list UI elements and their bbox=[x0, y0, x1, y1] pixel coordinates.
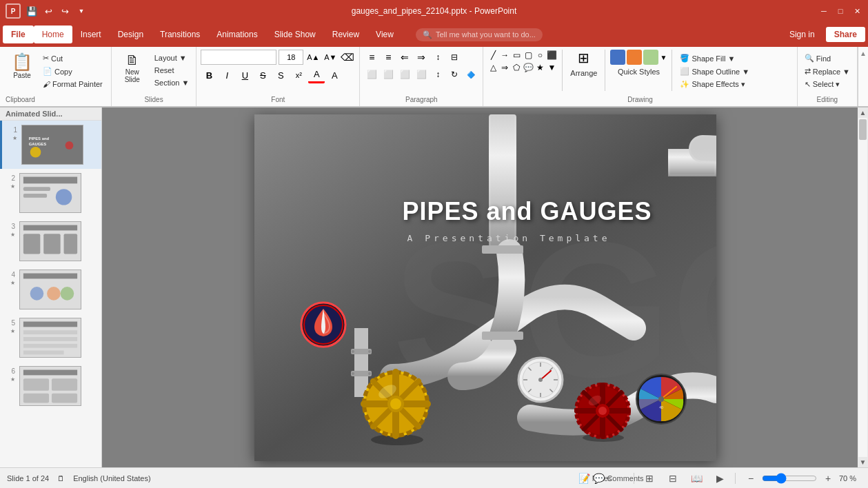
reset-button[interactable]: Reset bbox=[152, 65, 192, 76]
format-painter-button[interactable]: 🖌 Format Painter bbox=[40, 79, 105, 90]
slide-thumb-2[interactable]: 2 ★ bbox=[0, 169, 101, 217]
maximize-button[interactable]: □ bbox=[835, 6, 846, 17]
increase-indent-button[interactable]: ⇒ bbox=[414, 50, 429, 65]
text-direction-button[interactable]: ↻ bbox=[447, 67, 462, 82]
star-icon[interactable]: ★ bbox=[534, 62, 545, 73]
slide-thumb-6[interactable]: 6 ★ bbox=[0, 362, 101, 410]
rounded-rect-icon[interactable]: ▢ bbox=[523, 50, 534, 61]
comments-button[interactable]: 💬 Comments bbox=[610, 470, 627, 487]
decrease-indent-button[interactable]: ⇐ bbox=[397, 50, 412, 65]
scroll-thumb[interactable] bbox=[859, 119, 867, 140]
shape-outline-dropdown[interactable]: ▼ bbox=[742, 68, 749, 76]
right-arrow-icon[interactable]: ⇒ bbox=[499, 62, 510, 73]
styles-more-icon[interactable]: ▼ bbox=[660, 50, 667, 65]
font-color-button[interactable]: A bbox=[308, 67, 325, 83]
menu-review[interactable]: Review bbox=[324, 26, 367, 43]
undo-button[interactable]: ↩ bbox=[41, 4, 55, 18]
new-slide-button[interactable]: 🗎 New Slide bbox=[116, 50, 149, 86]
paste-button[interactable]: 📋 Paste bbox=[6, 50, 39, 82]
align-center-button[interactable]: ⬜ bbox=[381, 67, 396, 82]
line-shape-icon[interactable]: ╱ bbox=[487, 50, 498, 61]
svg-rect-7 bbox=[23, 187, 50, 191]
slide-thumb-3[interactable]: 3 ★ bbox=[0, 217, 101, 265]
slide-thumb-1[interactable]: 1 ★ PIPES and GAUGES bbox=[0, 121, 101, 169]
style2-icon[interactable] bbox=[627, 50, 642, 65]
share-button[interactable]: Share bbox=[826, 27, 865, 42]
normal-view-button[interactable]: ⊞ bbox=[641, 470, 658, 487]
font-size-input[interactable] bbox=[279, 50, 303, 65]
slide-sorter-button[interactable]: ⊟ bbox=[665, 470, 681, 487]
zoom-out-button[interactable]: − bbox=[743, 470, 759, 487]
arrange-button[interactable]: Arrange bbox=[567, 68, 600, 79]
save-button[interactable]: 💾 bbox=[25, 4, 39, 18]
menu-insert[interactable]: Insert bbox=[72, 26, 110, 43]
menu-view[interactable]: View bbox=[367, 26, 402, 43]
ribbon-paragraph: ≡ ≡ ⇐ ⇒ ↕ ⊟ ⬜ ⬜ ⬜ ⬜ ↕ ↻ 🔷 Paragraph bbox=[360, 47, 483, 106]
reading-view-button[interactable]: 📖 bbox=[688, 470, 705, 487]
rtl-button[interactable]: ↕ bbox=[430, 50, 445, 65]
slideshow-view-button[interactable]: ▶ bbox=[711, 470, 728, 487]
triangle-shape-icon[interactable]: △ bbox=[487, 62, 498, 73]
decrease-font-button[interactable]: A▼ bbox=[323, 50, 338, 65]
minimize-button[interactable]: ─ bbox=[818, 6, 829, 17]
bold-button[interactable]: B bbox=[201, 67, 217, 83]
numbered-list-button[interactable]: ≡ bbox=[381, 50, 396, 65]
slide-thumb-5[interactable]: 5 ★ bbox=[0, 314, 101, 362]
close-button[interactable]: ✕ bbox=[851, 6, 862, 17]
shape-fill-button[interactable]: 🪣 Shape Fill ▼ bbox=[677, 52, 752, 64]
align-left-button[interactable]: ⬜ bbox=[364, 67, 379, 82]
bullet-list-button[interactable]: ≡ bbox=[364, 50, 379, 65]
zoom-in-button[interactable]: + bbox=[820, 470, 836, 487]
font-name-input[interactable] bbox=[201, 50, 276, 65]
scroll-down-button[interactable]: ▼ bbox=[858, 457, 868, 467]
scroll-up-button[interactable]: ▲ bbox=[858, 108, 868, 118]
justify-button[interactable]: ⬜ bbox=[414, 67, 429, 82]
rect-shape-icon[interactable]: ▭ bbox=[511, 50, 522, 61]
menu-slideshow[interactable]: Slide Show bbox=[266, 26, 324, 43]
redo-button[interactable]: ↪ bbox=[58, 4, 72, 18]
increase-font-button[interactable]: A▲ bbox=[305, 50, 321, 65]
menu-design[interactable]: Design bbox=[110, 26, 152, 43]
search-box[interactable]: 🔍 Tell me what you want to do... bbox=[416, 28, 543, 41]
align-right-button[interactable]: ⬜ bbox=[397, 67, 412, 82]
find-button[interactable]: 🔍 Find bbox=[802, 52, 853, 64]
italic-button[interactable]: I bbox=[219, 67, 235, 83]
sign-in-button[interactable]: Sign in bbox=[784, 27, 820, 42]
customize-button[interactable]: ▼ bbox=[74, 4, 88, 18]
pentagon-icon[interactable]: ⬠ bbox=[511, 62, 522, 73]
callout-icon[interactable]: 💬 bbox=[523, 62, 534, 73]
ribbon-collapse-button[interactable]: ▲ bbox=[858, 47, 868, 106]
more-shapes-icon[interactable]: ⬛ bbox=[546, 50, 557, 61]
slide-thumb-4[interactable]: 4 ★ bbox=[0, 265, 101, 314]
menu-transitions[interactable]: Transitions bbox=[152, 26, 208, 43]
subscript-button[interactable]: x² bbox=[290, 67, 307, 83]
clear-format-button[interactable]: ⌫ bbox=[340, 50, 355, 65]
replace-button[interactable]: ⇄ Replace ▼ bbox=[802, 65, 853, 77]
zoom-slider[interactable] bbox=[762, 473, 817, 484]
cut-button[interactable]: ✂ Cut bbox=[40, 52, 105, 64]
strikethrough-button[interactable]: S bbox=[254, 67, 271, 83]
oval-shape-icon[interactable]: ○ bbox=[534, 50, 545, 61]
menu-home[interactable]: Home bbox=[34, 26, 72, 43]
underline-button[interactable]: U bbox=[236, 67, 253, 83]
style1-icon[interactable] bbox=[610, 50, 625, 65]
shape-fill-dropdown[interactable]: ▼ bbox=[727, 54, 735, 63]
style3-icon[interactable] bbox=[643, 50, 658, 65]
line-spacing-button[interactable]: ↕ bbox=[430, 67, 445, 82]
layout-button[interactable]: Layout ▼ bbox=[152, 52, 192, 63]
shape-outline-button[interactable]: ⬜ Shape Outline ▼ bbox=[677, 65, 752, 77]
columns-button[interactable]: ⊟ bbox=[447, 50, 462, 65]
shadow-button[interactable]: S bbox=[272, 67, 289, 83]
shape-effects-button[interactable]: ✨ Shape Effects ▾ bbox=[677, 79, 752, 90]
quick-styles-button[interactable]: Quick Styles bbox=[615, 66, 663, 77]
font-size-display[interactable]: A bbox=[326, 67, 343, 83]
copy-button[interactable]: 📄 Copy bbox=[40, 65, 105, 77]
menu-file[interactable]: File bbox=[3, 26, 34, 43]
section-button[interactable]: Section ▼ bbox=[152, 77, 192, 88]
arrow-shape-icon[interactable]: → bbox=[499, 50, 510, 61]
dropdown-shapes-icon[interactable]: ▼ bbox=[546, 62, 557, 73]
select-button[interactable]: ↖ Select ▾ bbox=[802, 79, 853, 90]
menu-animations[interactable]: Animations bbox=[208, 26, 265, 43]
convert-to-smartart-button[interactable]: 🔷 bbox=[463, 67, 478, 82]
replace-dropdown[interactable]: ▼ bbox=[842, 68, 850, 76]
